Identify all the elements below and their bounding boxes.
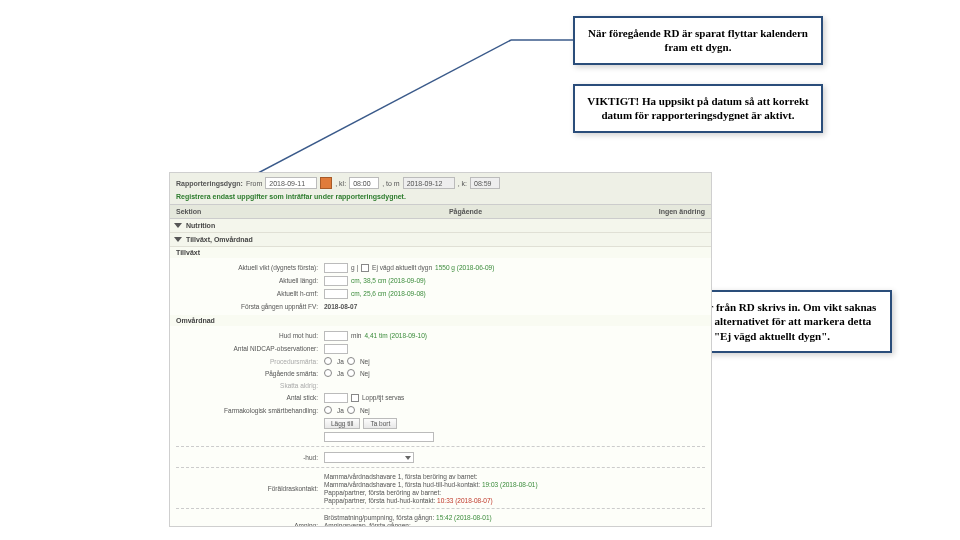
- input-date-to: 2018-09-12: [403, 177, 455, 189]
- label-langd: Aktuell längd:: [176, 277, 324, 284]
- form-tillvaxt: Aktuell vikt (dygnets första): g | Ej vä…: [170, 258, 711, 315]
- opt-ja2: Ja: [337, 370, 344, 377]
- label-vikt: Aktuell vikt (dygnets första):: [176, 264, 324, 271]
- input-nidcap[interactable]: [324, 344, 348, 354]
- btn-laggtill[interactable]: Lägg till: [324, 418, 360, 429]
- pappa2-val: 10:33 (2018-08-07): [437, 497, 493, 504]
- hud-unit: min: [351, 332, 361, 339]
- label-foraldra: Föräldraskontakt:: [176, 485, 324, 492]
- label-procedur: Procedursmärta:: [176, 358, 324, 365]
- section-tillvaxt-label: Tillväxt, Omvårdnad: [186, 236, 253, 243]
- label-pagaende: Pågående smärta:: [176, 370, 324, 377]
- input-date-from[interactable]: 2018-09-11: [265, 177, 317, 189]
- label-hud2: -hud:: [176, 454, 324, 461]
- opt-nej: Nej: [360, 358, 370, 365]
- time-label: , kl:: [335, 180, 346, 187]
- divider3: [176, 508, 705, 509]
- opt-nej2: Nej: [360, 370, 370, 377]
- hud-history: 4,41 tim (2018-09-10): [364, 332, 427, 339]
- label-reportday: Rapporteringsdygn:: [176, 180, 243, 187]
- opt-ja3: Ja: [337, 407, 344, 414]
- input-wide[interactable]: [324, 432, 434, 442]
- input-time-to: 08:59: [470, 177, 500, 189]
- vikt-history: 1550 g (2018-06-09): [435, 264, 494, 271]
- radio-pag-nej[interactable]: [347, 369, 355, 377]
- label-forsta: Första gången uppnått FV:: [176, 303, 324, 310]
- brost: Bröstmatning/pumpning, första gångn:: [324, 514, 434, 521]
- langd-history: cm, 38,5 cm (2018-09-09): [351, 277, 426, 284]
- input-time-from[interactable]: 08:00: [349, 177, 379, 189]
- pappa2: Pappa/partner, första hud-hud-kontakt:: [324, 497, 435, 504]
- mamma1: Mamma/vårdnadshavare 1, första beröring …: [324, 473, 478, 480]
- forsta-val: 2018-08-07: [324, 303, 357, 310]
- col-sektion: Sektion: [176, 208, 306, 215]
- mamma2-val: 19:03 (2018-08-01): [482, 481, 538, 488]
- section-nutrition-label: Nutrition: [186, 222, 215, 229]
- col-pagaende: Pågående: [306, 208, 625, 215]
- input-hud[interactable]: [324, 331, 348, 341]
- k-label: , k:: [458, 180, 467, 187]
- label-ejvagd: Ej vägd aktuellt dygn: [372, 264, 432, 271]
- section-nutrition[interactable]: Nutrition: [170, 219, 711, 233]
- checkbox-ejvagd[interactable]: [361, 264, 369, 272]
- input-hcmf[interactable]: [324, 289, 348, 299]
- radio-procedur-ja[interactable]: [324, 357, 332, 365]
- input-vikt[interactable]: [324, 263, 348, 273]
- label-antal: Antal stick:: [176, 394, 324, 401]
- pappa1: Pappa/partner, första beröring av barnet…: [324, 489, 441, 496]
- form-omvardnad: Hud mot hud: min 4,41 tim (2018-09-10) A…: [170, 326, 711, 527]
- radio-procedur-nej[interactable]: [347, 357, 355, 365]
- brost-val: 15:42 (2018-08-01): [436, 514, 492, 521]
- label-hud: Hud mot hud:: [176, 332, 324, 339]
- opt-nej3: Nej: [360, 407, 370, 414]
- col-ingen: Ingen ändring: [625, 208, 705, 215]
- label-hcmf: Aktuellt h-cmf:: [176, 290, 324, 297]
- label-lopa: Lopp/tjt servas: [362, 394, 404, 401]
- sub-omvardnad: Omvårdnad: [170, 315, 711, 326]
- triangle-down-icon: [174, 237, 182, 242]
- label-skatta: Skatta aldrig:: [176, 382, 324, 389]
- calendar-icon[interactable]: [320, 177, 332, 189]
- radio-farm-nej[interactable]: [347, 406, 355, 414]
- table-header: Sektion Pågående Ingen ändring: [170, 204, 711, 219]
- amning-text: Amningsverap, första gången:: [324, 522, 411, 528]
- sub-tillvaxt: Tillväxt: [170, 247, 711, 258]
- btn-tabort[interactable]: Ta bort: [363, 418, 397, 429]
- input-antal[interactable]: [324, 393, 348, 403]
- radio-farm-ja[interactable]: [324, 406, 332, 414]
- hcmf-history: cm, 25,6 cm (2018-09-08): [351, 290, 426, 297]
- header-note: Registrera endast uppgifter som inträffa…: [176, 193, 705, 200]
- divider2: [176, 467, 705, 468]
- label-amning: Amning:: [176, 522, 324, 527]
- triangle-down-icon: [174, 223, 182, 228]
- label-farm: Farmakologisk smärtbehandling:: [176, 407, 324, 414]
- vikt-unit: g |: [351, 264, 358, 271]
- opt-ja: Ja: [337, 358, 344, 365]
- input-langd[interactable]: [324, 276, 348, 286]
- svg-line-1: [241, 40, 511, 182]
- divider: [176, 446, 705, 447]
- select-hud[interactable]: [324, 452, 414, 463]
- mamma2: Mamma/vårdnadshavare 1, första hud-till-…: [324, 481, 480, 488]
- radio-pag-ja[interactable]: [324, 369, 332, 377]
- app-window: Rapporteringsdygn: From 2018-09-11 , kl:…: [169, 172, 712, 527]
- report-header: Rapporteringsdygn: From 2018-09-11 , kl:…: [170, 173, 711, 204]
- section-tillvaxt[interactable]: Tillväxt, Omvårdnad: [170, 233, 711, 247]
- to-label: , to m: [382, 180, 400, 187]
- label-nidcap: Antal NIDCAP-observationer:: [176, 345, 324, 352]
- from-prefix: From: [246, 180, 262, 187]
- checkbox-lopa[interactable]: [351, 394, 359, 402]
